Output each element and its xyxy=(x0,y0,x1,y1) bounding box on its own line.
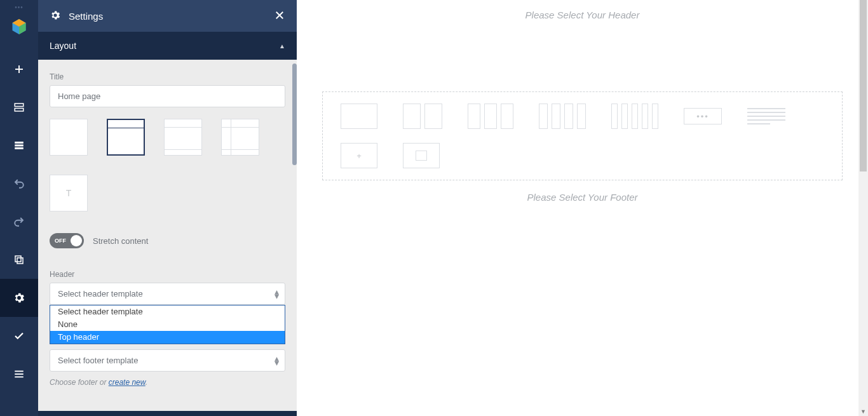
settings-panel: Settings Layout ▲ Title T xyxy=(38,0,297,416)
rail-ellipsis: ••• xyxy=(15,4,24,11)
settings-body: Layout ▲ Title T OFF xyxy=(38,32,297,416)
footer-helper-prefix: Choose footer or xyxy=(50,378,109,387)
footer-select-wrap: Select footer template ▴▾ xyxy=(50,349,285,372)
canvas-scrollbar[interactable]: ▲ ▼ xyxy=(858,0,868,416)
rail-settings[interactable] xyxy=(0,279,38,317)
rail-undo[interactable] xyxy=(0,164,38,203)
rail-add[interactable] xyxy=(0,50,38,88)
header-label: Header xyxy=(50,270,285,279)
rail-redo[interactable] xyxy=(0,203,38,241)
select-caret-icon: ▴▾ xyxy=(275,356,279,365)
chevron-up-icon: ▲ xyxy=(279,43,285,50)
title-label: Title xyxy=(50,72,285,81)
element-5col[interactable] xyxy=(611,104,658,129)
editor-canvas: Please Select Your Header ••• + Please S… xyxy=(297,0,868,416)
footer-helper-suffix: . xyxy=(146,378,147,387)
footer-create-new-link[interactable]: create new xyxy=(109,378,146,387)
header-option-none[interactable]: None xyxy=(50,318,285,331)
gear-icon xyxy=(50,10,61,23)
header-select-value: Select header template xyxy=(58,289,143,299)
svg-rect-8 xyxy=(15,145,24,147)
layout-options: T xyxy=(50,119,285,211)
svg-rect-9 xyxy=(15,147,24,149)
stretch-row: OFF Stretch content xyxy=(50,233,285,248)
element-more[interactable]: ••• xyxy=(684,108,722,124)
settings-header: Settings xyxy=(38,0,297,32)
section-customcss-header[interactable]: Custom CSS ▲ xyxy=(38,411,297,416)
header-option-placeholder[interactable]: Select header template xyxy=(50,305,285,318)
rail-tree[interactable] xyxy=(0,126,38,164)
nav-rail: ••• xyxy=(0,0,38,416)
element-misc[interactable] xyxy=(403,143,440,168)
footer-placeholder-text: Please Select Your Footer xyxy=(322,192,843,203)
app-logo[interactable] xyxy=(10,17,29,36)
svg-rect-11 xyxy=(15,256,21,262)
select-caret-icon: ▴▾ xyxy=(275,290,279,299)
layout-option-sidebar[interactable] xyxy=(221,119,259,156)
layout-option-header[interactable] xyxy=(107,119,145,156)
element-1col[interactable] xyxy=(341,104,377,129)
rail-confirm[interactable] xyxy=(0,317,38,355)
element-4col[interactable] xyxy=(539,104,586,129)
header-dropdown: Select header template None Top header xyxy=(50,305,285,344)
scroll-thumb[interactable] xyxy=(860,0,867,171)
rail-copy[interactable] xyxy=(0,241,38,279)
element-3col[interactable] xyxy=(468,104,513,129)
settings-title: Settings xyxy=(69,11,103,22)
footer-select-value: Select footer template xyxy=(58,356,138,365)
element-text[interactable] xyxy=(747,108,785,124)
element-palette[interactable]: ••• + xyxy=(322,91,843,180)
layout-option-blank[interactable] xyxy=(50,119,88,156)
rail-menu[interactable] xyxy=(0,355,38,393)
section-layout-body: Title T OFF Stretch content xyxy=(38,60,297,402)
footer-select[interactable]: Select footer template xyxy=(50,349,285,372)
close-icon[interactable] xyxy=(274,10,285,23)
svg-rect-5 xyxy=(15,104,24,107)
layout-option-header-footer[interactable] xyxy=(164,119,202,156)
header-select[interactable]: Select header template xyxy=(50,283,285,305)
header-select-wrap: Select header template ▴▾ Select header … xyxy=(50,283,285,305)
rail-template[interactable] xyxy=(0,88,38,126)
header-option-top-header[interactable]: Top header xyxy=(50,331,285,344)
header-section: Header Select header template ▴▾ Select … xyxy=(50,270,285,305)
title-input[interactable] xyxy=(50,85,285,107)
footer-helper: Choose footer or create new. xyxy=(50,378,285,387)
stretch-toggle-state: OFF xyxy=(55,238,66,244)
element-add-plus[interactable]: + xyxy=(341,143,377,168)
header-placeholder-text: Please Select Your Header xyxy=(322,10,843,20)
scroll-down-icon[interactable]: ▼ xyxy=(858,406,868,416)
svg-rect-7 xyxy=(15,142,24,144)
layout-option-text[interactable]: T xyxy=(50,175,88,211)
stretch-label: Stretch content xyxy=(93,236,148,246)
element-2col[interactable] xyxy=(403,104,442,129)
panel-scrollbar[interactable] xyxy=(292,64,297,165)
toggle-knob xyxy=(71,235,82,246)
section-layout-header[interactable]: Layout ▲ xyxy=(38,32,297,60)
stretch-toggle[interactable]: OFF xyxy=(50,233,84,248)
svg-rect-6 xyxy=(15,109,24,112)
svg-rect-10 xyxy=(17,258,23,264)
section-layout-title: Layout xyxy=(50,41,76,51)
